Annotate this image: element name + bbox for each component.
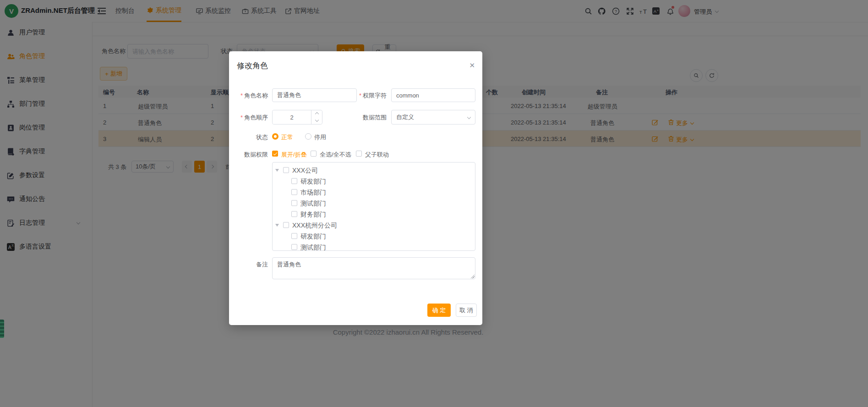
tree-node-label: XXX杭州分公司 xyxy=(292,222,337,230)
expand-collapse-label: 展开/折叠 xyxy=(281,151,307,159)
tree-node-label: XXX公司 xyxy=(292,167,318,175)
tree-checkbox[interactable] xyxy=(291,178,297,184)
tree-node-label: 财务部门 xyxy=(300,211,326,219)
tree-checkbox[interactable] xyxy=(283,167,289,173)
role-sort-input[interactable] xyxy=(273,110,311,124)
caret-down-icon[interactable] xyxy=(275,169,279,172)
tree-checkbox[interactable] xyxy=(291,189,297,195)
cancel-button[interactable]: 取 消 xyxy=(456,304,477,317)
tree-node-company1[interactable]: XXX公司 xyxy=(275,165,472,176)
role-key-label: 权限字符 xyxy=(363,92,387,99)
tree-node-label: 研发部门 xyxy=(300,178,326,186)
role-name-input[interactable] xyxy=(272,88,357,102)
close-icon[interactable]: ✕ xyxy=(469,61,475,70)
tree-checkbox[interactable] xyxy=(291,211,297,217)
remark-textarea[interactable]: 普通角色 xyxy=(272,257,475,279)
data-scope-select[interactable]: 自定义 xyxy=(391,110,475,125)
remark-label: 备注 xyxy=(234,260,268,269)
required-asterisk: * xyxy=(240,92,243,99)
dialog-title: 修改角色 xyxy=(237,60,268,71)
chevron-down-icon xyxy=(467,115,471,119)
confirm-button[interactable]: 确 定 xyxy=(427,304,451,317)
department-tree: XXX公司 研发部门 市场部门 测试部门 财务部门 XXX杭州分公司 xyxy=(272,162,475,251)
data-scope-value: 自定义 xyxy=(396,113,414,121)
app-root: V ZRAdmin.NET后台管理 控制台 系统管理 系统监控 系统工具 官网地… xyxy=(0,0,868,407)
role-key-input[interactable] xyxy=(391,88,475,102)
tree-node-dept[interactable]: 测试部门 xyxy=(275,198,472,209)
tree-node-dept[interactable]: 研发部门 xyxy=(275,231,472,242)
role-key-label-wrap: *权限字符 xyxy=(356,92,387,100)
role-sort-label: 角色顺序 xyxy=(244,114,268,121)
tree-node-dept[interactable]: 研发部门 xyxy=(275,176,472,187)
status-normal-label: 正常 xyxy=(281,133,293,141)
checkbox-parent-child-link[interactable] xyxy=(356,151,362,157)
radio-status-normal[interactable] xyxy=(272,133,278,140)
tree-node-label: 测试部门 xyxy=(300,200,326,208)
tree-node-dept[interactable]: 测试部门 xyxy=(275,242,472,251)
parent-child-link-label: 父子联动 xyxy=(365,151,389,159)
role-sort-label-wrap: *角色顺序 xyxy=(234,114,268,122)
tree-node-label: 研发部门 xyxy=(300,233,326,241)
tree-checkbox[interactable] xyxy=(283,222,289,228)
tree-node-dept[interactable]: 市场部门 xyxy=(275,187,472,198)
corner-widget xyxy=(0,320,4,338)
radio-status-disabled[interactable] xyxy=(305,133,311,140)
required-asterisk: * xyxy=(359,92,361,99)
stepper-down-button[interactable] xyxy=(311,117,322,124)
tree-node-label: 市场部门 xyxy=(300,189,326,197)
status-label: 状态 xyxy=(234,133,268,141)
resize-handle[interactable] xyxy=(470,274,475,278)
tree-node-label: 测试部门 xyxy=(300,244,326,251)
tree-node-dept[interactable]: 财务部门 xyxy=(275,209,472,220)
data-perm-label: 数据权限 xyxy=(234,151,268,159)
caret-down-icon[interactable] xyxy=(275,224,279,227)
role-sort-stepper xyxy=(272,110,322,125)
data-scope-label: 数据范围 xyxy=(356,114,387,122)
role-name-label-wrap: *角色名称 xyxy=(234,92,268,100)
checkbox-select-all[interactable] xyxy=(311,151,317,157)
edit-role-dialog: 修改角色 ✕ *角色名称 *权限字符 *角色顺序 数据范围 自定义 状态 正常 … xyxy=(229,51,482,325)
tree-checkbox[interactable] xyxy=(291,200,297,206)
select-all-label: 全选/全不选 xyxy=(320,151,351,159)
tree-node-company2[interactable]: XXX杭州分公司 xyxy=(275,220,472,231)
checkbox-expand-collapse[interactable] xyxy=(272,151,278,157)
tree-checkbox[interactable] xyxy=(291,244,297,250)
role-name-label: 角色名称 xyxy=(244,92,268,99)
status-disabled-label: 停用 xyxy=(314,133,326,141)
tree-checkbox[interactable] xyxy=(291,233,297,239)
required-asterisk: * xyxy=(240,114,243,121)
